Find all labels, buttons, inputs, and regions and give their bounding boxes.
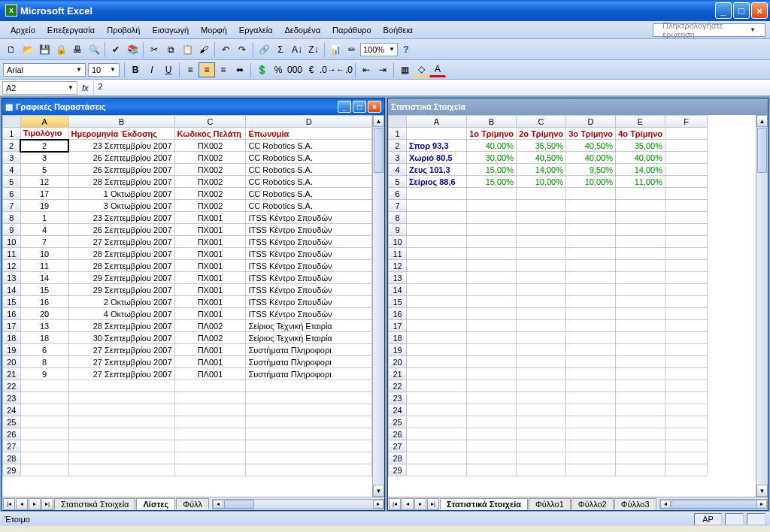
row-header[interactable]: 11	[3, 248, 21, 260]
col-header[interactable]: B	[68, 116, 174, 128]
cell[interactable]: ΠΧ002	[174, 176, 246, 188]
cell[interactable]	[517, 260, 566, 272]
cell[interactable]: ΠΧ001	[174, 212, 246, 224]
cell[interactable]: 10	[20, 248, 68, 260]
cell[interactable]	[616, 380, 665, 392]
cell[interactable]: Συστήματα Πληροφορι	[246, 368, 372, 380]
menu-help[interactable]: Βοήθεια	[377, 23, 419, 37]
cell[interactable]: ΠΛ001	[174, 344, 246, 356]
cell[interactable]	[616, 368, 665, 380]
cell[interactable]: Χωριό 80,5	[407, 152, 467, 164]
row-header[interactable]: 13	[389, 272, 407, 284]
percent-button[interactable]: %	[270, 62, 286, 77]
col-header[interactable]: A	[407, 116, 467, 128]
cell[interactable]	[517, 320, 566, 332]
cell[interactable]	[68, 404, 174, 416]
cell[interactable]	[616, 332, 665, 344]
cell[interactable]: 9,50%	[566, 164, 616, 176]
cell[interactable]: 13	[20, 320, 68, 332]
cell[interactable]	[665, 416, 708, 428]
cell[interactable]	[517, 224, 566, 236]
menu-edit[interactable]: Επεξεργασία	[41, 23, 101, 37]
cell[interactable]	[665, 296, 708, 308]
cell[interactable]	[665, 200, 708, 212]
research-icon[interactable]: 📚	[125, 42, 140, 57]
row-header[interactable]: 16	[3, 308, 21, 320]
cell[interactable]	[407, 404, 467, 416]
cell[interactable]: Σείριος Τεχνική Εταιρία	[246, 332, 372, 344]
cell[interactable]	[566, 428, 616, 440]
cell[interactable]	[174, 428, 246, 440]
cell[interactable]: 40,00%	[616, 152, 665, 164]
cell[interactable]: 18	[20, 332, 68, 344]
cell[interactable]: 40,00%	[566, 152, 616, 164]
child-titlebar-left[interactable]: ▦ Γραφικές Παραστάσεις _ □ ×	[2, 98, 384, 115]
undo-icon[interactable]: ↶	[218, 42, 233, 57]
row-header[interactable]: 1	[389, 128, 407, 140]
scroll-thumb[interactable]	[374, 128, 383, 173]
cell[interactable]	[20, 416, 68, 428]
cell[interactable]	[246, 428, 372, 440]
cell[interactable]	[566, 392, 616, 404]
row-header[interactable]: 10	[3, 236, 21, 248]
comma-button[interactable]: 000	[286, 62, 303, 77]
cell[interactable]: 7	[20, 236, 68, 248]
menu-data[interactable]: Δεδομένα	[279, 23, 327, 37]
row-header[interactable]: 25	[3, 416, 21, 428]
cell[interactable]: ΠΛ002	[174, 320, 246, 332]
cell[interactable]: 15,00%	[467, 164, 517, 176]
cell[interactable]	[616, 452, 665, 464]
cell[interactable]: 15,00%	[467, 176, 517, 188]
tab-lists[interactable]: Λίστες	[136, 498, 175, 509]
cell[interactable]: ΠΧ001	[174, 272, 246, 284]
cell[interactable]	[467, 428, 517, 440]
font-color-button[interactable]: A	[429, 62, 446, 77]
cell[interactable]	[517, 356, 566, 368]
col-header[interactable]: B	[467, 116, 517, 128]
cell[interactable]	[665, 332, 708, 344]
cell[interactable]	[665, 380, 708, 392]
cell[interactable]	[467, 392, 517, 404]
row-header[interactable]: 22	[389, 380, 407, 392]
cell[interactable]	[616, 440, 665, 452]
cell[interactable]	[665, 152, 708, 164]
cell[interactable]	[174, 464, 246, 476]
cell[interactable]: Τιμολόγιo	[20, 128, 68, 140]
maximize-button[interactable]: □	[733, 2, 750, 19]
row-header[interactable]: 9	[3, 224, 21, 236]
cell[interactable]: 20	[20, 308, 68, 320]
cell[interactable]	[407, 440, 467, 452]
row-header[interactable]: 27	[389, 440, 407, 452]
row-header[interactable]: 6	[3, 188, 21, 200]
cell[interactable]	[407, 272, 467, 284]
cell[interactable]	[616, 260, 665, 272]
cell[interactable]: 2ο Τρίμηνο	[517, 128, 566, 140]
cell[interactable]: ITSS Κέντρο Σπουδών	[246, 224, 372, 236]
cell[interactable]: 1 Οκτωβρίου 2007	[68, 188, 174, 200]
row-header[interactable]: 3	[389, 152, 407, 164]
cell[interactable]	[407, 452, 467, 464]
cell[interactable]	[665, 284, 708, 296]
cell[interactable]	[616, 296, 665, 308]
print-preview-icon[interactable]: 🔍	[86, 42, 102, 57]
autosum-icon[interactable]: Σ	[273, 42, 288, 57]
cell[interactable]	[517, 236, 566, 248]
cell[interactable]	[566, 236, 616, 248]
cell[interactable]	[665, 224, 708, 236]
cell[interactable]	[665, 212, 708, 224]
cell[interactable]	[616, 188, 665, 200]
cell[interactable]	[517, 200, 566, 212]
cell[interactable]: ΠΧ001	[174, 224, 246, 236]
cell[interactable]	[517, 368, 566, 380]
cell[interactable]	[517, 380, 566, 392]
bold-button[interactable]: B	[127, 62, 144, 77]
row-header[interactable]: 14	[389, 284, 407, 296]
cell[interactable]	[467, 236, 517, 248]
cell[interactable]	[407, 200, 467, 212]
cell[interactable]	[665, 356, 708, 368]
row-header[interactable]: 21	[389, 368, 407, 380]
row-header[interactable]: 26	[3, 428, 21, 440]
cell[interactable]	[407, 188, 467, 200]
cell[interactable]: ITSS Κέντρο Σπουδών	[246, 260, 372, 272]
cell[interactable]: 14	[20, 272, 68, 284]
